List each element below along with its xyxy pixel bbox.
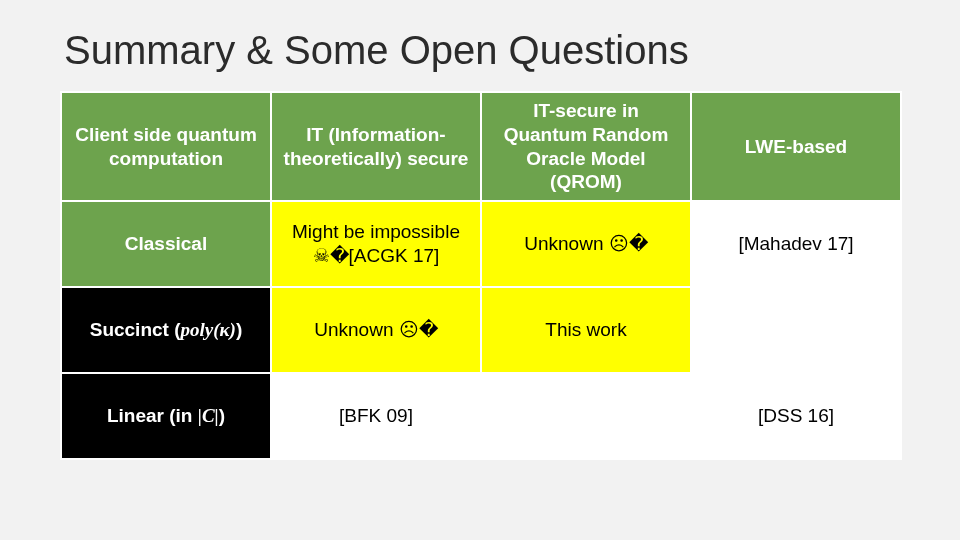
header-col-qrom: IT-secure in Quantum Random Oracle Model… [481,92,691,201]
label-prefix: Linear (in [107,405,198,426]
slide-title: Summary & Some Open Questions [64,28,900,73]
row-classical-label: Classical [61,201,271,287]
header-col-it: IT (Information-theoretically) secure [271,92,481,201]
header-col-lwe: LWE-based [691,92,901,201]
row-linear-lwe: [DSS 16] [691,373,901,459]
label-math: |C| [198,405,219,426]
table-header-row: Client side quantum computation IT (Info… [61,92,901,201]
table-row-classical: Classical Might be impossible ☠�[ACGK 17… [61,201,901,287]
table-row-succinct: Succinct (poly(κ)) Unknown ☹� This work [61,287,901,373]
row-succinct-lwe [691,287,901,373]
row-classical-it: Might be impossible ☠�[ACGK 17] [271,201,481,287]
table-row-linear: Linear (in |C|) [BFK 09] [DSS 16] [61,373,901,459]
label-suffix: ) [219,405,225,426]
row-succinct-qrom: This work [481,287,691,373]
row-linear-qrom [481,373,691,459]
row-succinct-it: Unknown ☹� [271,287,481,373]
cell-text: Might be impossible ☠�[ACGK 17] [292,221,460,266]
label-suffix: ) [236,319,242,340]
row-linear-it: [BFK 09] [271,373,481,459]
row-classical-qrom: Unknown ☹� [481,201,691,287]
label-math: poly(κ) [181,319,236,340]
summary-table: Client side quantum computation IT (Info… [60,91,902,460]
row-succinct-label: Succinct (poly(κ)) [61,287,271,373]
cell-text: Unknown ☹� [314,319,438,340]
header-rowlabel: Client side quantum computation [61,92,271,201]
row-linear-label: Linear (in |C|) [61,373,271,459]
row-classical-lwe: [Mahadev 17] [691,201,901,287]
slide: Summary & Some Open Questions Client sid… [0,0,960,540]
label-prefix: Succinct ( [90,319,181,340]
cell-text: Unknown ☹� [524,233,648,254]
